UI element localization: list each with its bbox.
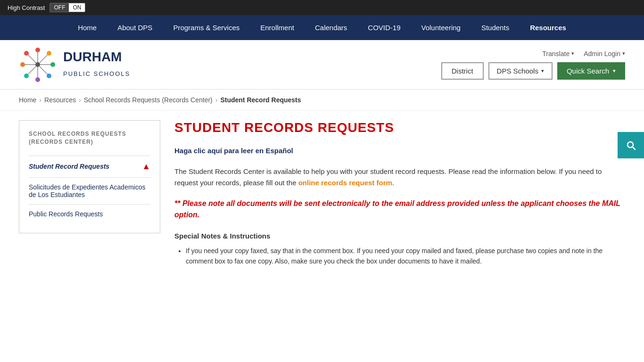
page-title: STUDENT RECORDS REQUESTS [174, 120, 625, 135]
sidebar-item-student-records[interactable]: Student Record Requests ▲ [29, 156, 150, 177]
breadcrumb-home[interactable]: Home [19, 96, 36, 104]
online-form-link[interactable]: online records request form [298, 179, 392, 187]
breadcrumb-records-center[interactable]: School Records Requests (Records Center) [84, 96, 213, 104]
quick-search-chevron-icon: ▾ [613, 68, 616, 74]
school-name: DURHAM PUBLIC SCHOOLS [63, 50, 130, 79]
header-right: Translate ▾ Admin Login ▾ District DPS S… [441, 50, 625, 80]
contrast-label: High Contrast [8, 4, 45, 11]
svg-line-11 [27, 66, 36, 75]
svg-point-8 [47, 74, 51, 78]
header-buttons: District DPS Schools ▾ Quick Search ▾ [441, 62, 625, 80]
svg-point-6 [50, 62, 55, 67]
nav-volunteering[interactable]: Volunteering [411, 15, 471, 40]
svg-point-14 [20, 62, 25, 67]
alert-text: ** Please note all documents will be sen… [174, 198, 625, 221]
sidebar-title: SCHOOL RECORDS REQUESTS (RECORDS CENTER) [29, 130, 150, 146]
spanish-link[interactable]: Haga clic aquí para leer en Español [174, 147, 625, 155]
nav-home[interactable]: Home [67, 15, 107, 40]
top-bar: High Contrast OFF ON [0, 0, 644, 15]
svg-line-15 [27, 54, 36, 63]
svg-point-4 [47, 51, 51, 56]
quick-search-button[interactable]: Quick Search ▾ [557, 62, 625, 80]
nav-students[interactable]: Students [471, 15, 520, 40]
school-logo [19, 46, 57, 83]
nav-about-dps[interactable]: About DPS [107, 15, 163, 40]
description-text: The Student Records Center is available … [174, 166, 625, 189]
header-top-links: Translate ▾ Admin Login ▾ [542, 50, 625, 58]
admin-chevron-icon: ▾ [622, 50, 625, 57]
svg-line-3 [39, 54, 48, 63]
sidebar-link-student-records[interactable]: Student Record Requests [29, 163, 109, 170]
sidebar: SCHOOL RECORDS REQUESTS (RECORDS CENTER)… [19, 120, 160, 233]
breadcrumb-current: Student Record Requests [220, 96, 301, 104]
translate-chevron-icon: ▾ [571, 50, 574, 57]
school-name-area: DURHAM PUBLIC SCHOOLS [63, 50, 130, 79]
breadcrumb-sep-2: › [79, 96, 81, 104]
district-button[interactable]: District [441, 62, 484, 80]
contrast-off-button[interactable]: OFF [50, 3, 69, 12]
notes-list: If you need your copy faxed, say that in… [174, 246, 625, 267]
svg-point-16 [24, 51, 29, 56]
breadcrumb-sep-3: › [215, 96, 218, 104]
breadcrumb: Home › Resources › School Records Reques… [0, 90, 644, 111]
special-notes-title: Special Notes & Instructions [174, 232, 625, 240]
main-nav: Home About DPS Programs & Services Enrol… [0, 15, 644, 40]
main-layout: SCHOOL RECORDS REQUESTS (RECORDS CENTER)… [0, 111, 644, 280]
svg-point-12 [24, 74, 29, 78]
sidebar-link-public-records[interactable]: Public Records Requests [29, 210, 103, 218]
contrast-toggle[interactable]: OFF ON [50, 3, 85, 12]
admin-login-link[interactable]: Admin Login ▾ [584, 50, 625, 58]
dps-schools-button[interactable]: DPS Schools ▾ [488, 62, 553, 80]
breadcrumb-sep-1: › [39, 96, 41, 104]
nav-programs-services[interactable]: Programs & Services [163, 15, 250, 40]
logo-area: DURHAM PUBLIC SCHOOLS [19, 46, 130, 83]
breadcrumb-resources[interactable]: Resources [44, 96, 76, 104]
svg-point-2 [35, 48, 40, 52]
svg-line-7 [39, 66, 48, 75]
nav-enrollment[interactable]: Enrollment [250, 15, 305, 40]
search-icon [625, 140, 636, 151]
nav-covid[interactable]: COVID-19 [357, 15, 411, 40]
content-area: STUDENT RECORDS REQUESTS Haga clic aquí … [174, 120, 625, 271]
sidebar-item-public-records[interactable]: Public Records Requests [29, 204, 150, 223]
nav-calendars[interactable]: Calendars [305, 15, 357, 40]
site-header: DURHAM PUBLIC SCHOOLS Translate ▾ Admin … [0, 40, 644, 90]
sidebar-expand-icon: ▲ [142, 162, 150, 172]
sidebar-link-solicitudes[interactable]: Solicitudes de Expedientes Academicos de… [29, 183, 150, 198]
svg-point-10 [35, 77, 40, 82]
sidebar-item-solicitudes[interactable]: Solicitudes de Expedientes Academicos de… [29, 177, 150, 204]
list-item: If you need your copy faxed, say that in… [186, 246, 625, 267]
dps-schools-chevron-icon: ▾ [541, 68, 544, 74]
translate-link[interactable]: Translate ▾ [542, 50, 574, 58]
contrast-on-button[interactable]: ON [69, 3, 85, 12]
nav-resources[interactable]: Resources [520, 15, 577, 40]
floating-search-button[interactable] [618, 132, 644, 158]
